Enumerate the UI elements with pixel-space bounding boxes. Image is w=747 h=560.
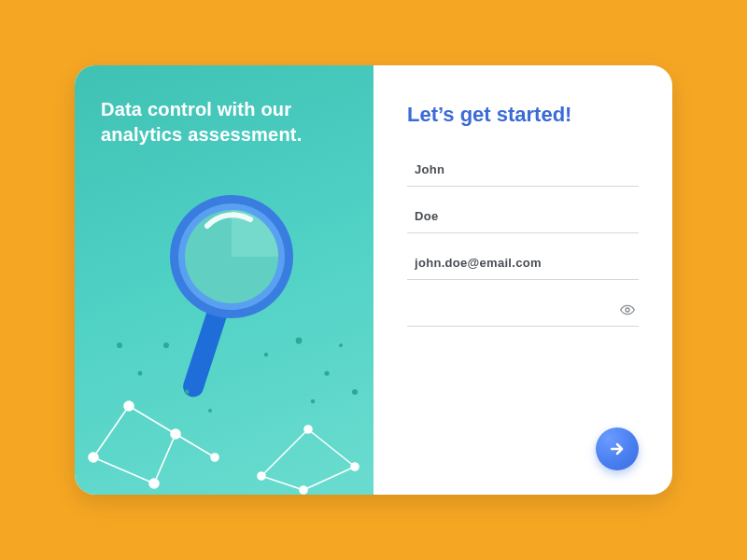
- password-field[interactable]: [407, 293, 639, 327]
- svg-point-4: [117, 343, 122, 348]
- svg-line-19: [176, 434, 215, 457]
- svg-point-24: [211, 454, 218, 461]
- svg-point-11: [352, 389, 358, 395]
- svg-point-32: [300, 486, 307, 494]
- form-panel: Let’s get started!: [374, 65, 672, 495]
- svg-line-27: [303, 467, 355, 490]
- svg-point-23: [149, 479, 159, 488]
- eye-icon[interactable]: [620, 302, 635, 317]
- svg-point-20: [89, 453, 98, 462]
- svg-point-31: [351, 463, 359, 470]
- svg-point-10: [339, 343, 343, 347]
- svg-point-22: [171, 429, 180, 439]
- left-panel: Data control with our analytics assessme…: [75, 65, 374, 495]
- constellation-left: [89, 401, 218, 488]
- submit-button[interactable]: [596, 427, 639, 470]
- password-field-wrapper: [407, 293, 639, 327]
- svg-point-14: [208, 409, 212, 413]
- signup-card: Data control with our analytics assessme…: [75, 65, 672, 495]
- svg-point-29: [258, 472, 265, 480]
- svg-point-33: [626, 308, 629, 312]
- email-field[interactable]: [407, 246, 639, 280]
- svg-point-6: [163, 343, 169, 348]
- svg-line-26: [308, 429, 355, 467]
- first-name-field-wrapper: [407, 153, 639, 187]
- form-title: Let’s get started!: [407, 103, 639, 127]
- svg-point-13: [185, 390, 190, 395]
- first-name-field[interactable]: [407, 153, 639, 187]
- magnifying-glass-icon: [170, 195, 293, 399]
- svg-line-25: [261, 429, 308, 476]
- analytics-illustration: [75, 65, 374, 495]
- svg-point-21: [124, 401, 134, 411]
- constellation-right: [258, 426, 359, 494]
- svg-point-7: [264, 353, 268, 357]
- svg-line-18: [93, 457, 154, 483]
- svg-line-15: [93, 406, 129, 457]
- svg-point-9: [324, 371, 329, 375]
- svg-line-16: [129, 406, 176, 434]
- last-name-field-wrapper: [407, 200, 639, 233]
- svg-point-30: [304, 426, 312, 433]
- svg-point-5: [138, 371, 143, 376]
- email-field-wrapper: [407, 246, 639, 280]
- svg-point-12: [311, 399, 315, 403]
- svg-line-17: [154, 434, 176, 483]
- svg-point-8: [296, 338, 303, 344]
- last-name-field[interactable]: [407, 200, 639, 233]
- svg-line-28: [261, 476, 303, 490]
- arrow-right-icon: [608, 440, 627, 458]
